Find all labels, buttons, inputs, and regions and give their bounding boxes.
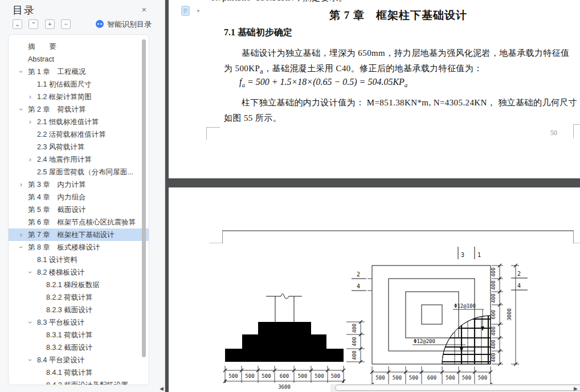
- dimension-label: 400: [491, 293, 496, 303]
- paragraph-line: 基础设计为独立基础，埋深为 650mm，持力层地基为强风化泥岩，地基承载力特征值: [242, 48, 570, 59]
- toc-item-label: 摘 要: [28, 43, 56, 51]
- expand-all-button[interactable]: +: [45, 19, 55, 29]
- chevron-down-icon[interactable]: ›: [24, 269, 36, 276]
- toc-item-label: 1.2 框架计算简图: [37, 93, 92, 101]
- dimension-label: 500: [245, 373, 254, 379]
- clipped-text-line: 0.7βhftbh0=350.91KN，满足要求。: [211, 0, 347, 3]
- smart-toc-label: 智能识别目录: [107, 20, 152, 28]
- dropdown-caret-icon: ▼: [196, 9, 201, 14]
- toc-scrollbar-thumb[interactable]: [142, 39, 146, 357]
- document-canvas: 0.7βhftbh0=350.91KN，满足要求。 ▼ 第 7 章 框架柱下基础…: [165, 0, 580, 392]
- toc-item[interactable]: 2.2 活荷载标准值计算: [9, 128, 149, 141]
- scroll-left-icon[interactable]: ◀: [160, 386, 164, 391]
- chapter-title: 第 7 章 框架柱下基础设计: [222, 8, 574, 23]
- toc-item[interactable]: Abstract: [9, 53, 149, 66]
- dimension-label: 400: [491, 340, 496, 349]
- expand-next-button[interactable]: ⌄: [13, 19, 22, 29]
- toc-item[interactable]: ›8.4 平台梁设计: [9, 354, 149, 366]
- close-icon[interactable]: ×: [139, 5, 149, 15]
- chevron-down-icon[interactable]: ›: [24, 319, 36, 326]
- dimension-label: 500: [409, 375, 418, 381]
- page-note-icon: [181, 6, 190, 17]
- section-mark-label: 4: [357, 283, 360, 289]
- toc-item[interactable]: 2.3 风荷载计算: [9, 141, 149, 153]
- chevron-down-icon[interactable]: ›: [15, 106, 27, 113]
- page-number: 50: [550, 129, 557, 137]
- toc-item-label: 第 4 章 内力组合: [28, 193, 85, 201]
- toc-item[interactable]: 8.2.3 截面设计: [9, 304, 149, 316]
- section-mark-label: 1: [477, 252, 481, 258]
- rebar-label: Φ12@200: [414, 338, 435, 344]
- horizontal-scrollbar-thumb[interactable]: [335, 385, 580, 391]
- toc-item-label: 8.2.2 荷载计算: [46, 293, 92, 301]
- section-title: 7.1 基础初步确定: [224, 27, 292, 39]
- toc-item[interactable]: ›1.2 框架计算简图: [9, 91, 149, 103]
- chevron-right-icon[interactable]: ›: [27, 153, 34, 166]
- chevron-right-icon[interactable]: ›: [27, 91, 34, 103]
- toc-item[interactable]: 8.3.1 荷载计算: [9, 329, 149, 341]
- toc-item[interactable]: 第 6 章 框架节点核心区抗震验算: [9, 216, 149, 228]
- toc-item[interactable]: 8.3.2 截面设计: [9, 341, 149, 354]
- toc-item-label: 第 3 章 内力计算: [28, 181, 85, 189]
- toc-item-label: 第 5 章 截面设计: [28, 206, 85, 214]
- horizontal-scrollbar[interactable]: [330, 384, 580, 392]
- toc-item[interactable]: ›8.3 平台板设计: [9, 316, 149, 329]
- toc-item-label: 2.1 恒载标准值计算: [37, 118, 99, 126]
- paragraph-line: 柱下独立基础的内力设计值为： M=851.38KN*m, N=4305.24KN…: [242, 97, 577, 108]
- toc-item[interactable]: ›2.1 恒载标准值计算: [9, 116, 149, 128]
- foundation-figure: Φ12@100 Φ12@200 3 1 2 4: [205, 239, 580, 392]
- chevron-right-icon[interactable]: ›: [18, 178, 24, 191]
- toc-item-label: 2.3 风荷载计算: [37, 143, 84, 151]
- toc-item[interactable]: 8.4.2 截面设计及配筋设置: [9, 379, 149, 385]
- toc-item[interactable]: ›第 8 章 板式楼梯设计: [9, 241, 149, 254]
- dimension-label: 400: [491, 353, 496, 362]
- chevron-down-icon[interactable]: ›: [15, 244, 27, 251]
- toc-item-label: 1.1 初估截面尺寸: [37, 80, 92, 88]
- toc-item[interactable]: 8.1 设计资料: [9, 254, 149, 266]
- toc-item[interactable]: ›8.2 楼梯板设计: [9, 266, 149, 279]
- toc-item-label: 2.4 地震作用计算: [37, 156, 92, 164]
- annotation-widget[interactable]: ▼: [181, 6, 201, 17]
- dimension-label: 500: [298, 373, 307, 379]
- toc-item[interactable]: 8.2.1 梯段板数据: [9, 279, 149, 291]
- toc-item[interactable]: 8.2.2 荷载计算: [9, 291, 149, 304]
- toc-item-label: 8.2 楼梯板设计: [37, 268, 84, 276]
- toc-item[interactable]: ›第 3 章 内力计算: [9, 178, 149, 191]
- toc-item-label: 2.2 活荷载标准值计算: [37, 130, 106, 138]
- collapse-all-button[interactable]: −: [61, 19, 71, 29]
- toc-item[interactable]: ›第 2 章 荷载计算: [9, 103, 149, 116]
- smart-toc-button[interactable]: 智能识别目录: [95, 19, 152, 30]
- breakout-arc: [442, 316, 491, 364]
- dimension-label: 500: [262, 373, 271, 379]
- chevron-right-icon[interactable]: ›: [27, 116, 34, 128]
- toc-item[interactable]: ›2.4 地震作用计算: [9, 153, 149, 166]
- toc-item-label: Abstract: [28, 55, 54, 63]
- toc-list: 摘 要Abstract›第 1 章 工程概况1.1 初估截面尺寸›1.2 框架计…: [9, 40, 149, 385]
- margin-corner-mark: [206, 127, 220, 140]
- scroll-right-icon[interactable]: ▶: [574, 386, 578, 391]
- dimension-label: 500: [314, 373, 324, 379]
- chevron-down-icon[interactable]: ›: [24, 357, 36, 364]
- toc-item[interactable]: 第 5 章 截面设计: [9, 203, 149, 216]
- toc-item[interactable]: 8.4.1 荷载计算: [9, 366, 149, 379]
- toc-item-selected[interactable]: ›第 7 章 框架柱下基础设计: [9, 228, 149, 241]
- toc-panel-title: 目录: [13, 3, 35, 17]
- toc-item[interactable]: 2.5 屋面雪荷载（分布同屋面...: [9, 166, 149, 178]
- dimension-label: 500: [478, 375, 487, 381]
- toc-item[interactable]: ›第 1 章 工程概况: [9, 66, 149, 78]
- dimension-label: 500: [446, 375, 455, 381]
- toc-item-label: 8.1 设计资料: [37, 256, 77, 264]
- pdf-reader-window: 目录 × ⌄ ⌃ + − 智能识别目录 摘 要Abstract›第 1 章 工程…: [0, 0, 580, 392]
- toc-item-label: 8.4.2 截面设计及配筋设置: [46, 381, 128, 385]
- section-mark-label: 3: [461, 252, 464, 258]
- toc-toolbar: ⌄ ⌃ + − 智能识别目录: [13, 19, 155, 30]
- chevron-down-icon[interactable]: ›: [15, 68, 27, 75]
- toc-item[interactable]: 第 4 章 内力组合: [9, 191, 149, 203]
- toc-item-label: 8.3.1 荷载计算: [46, 331, 92, 339]
- toc-item[interactable]: 1.1 初估截面尺寸: [9, 78, 149, 91]
- margin-corner-mark: [573, 124, 580, 138]
- toc-item[interactable]: 摘 要: [9, 40, 149, 53]
- collapse-prev-button[interactable]: ⌃: [28, 19, 38, 29]
- toc-panel: 目录 × ⌄ ⌃ + − 智能识别目录 摘 要Abstract›第 1 章 工程…: [0, 0, 165, 392]
- chevron-right-icon[interactable]: ›: [18, 228, 24, 241]
